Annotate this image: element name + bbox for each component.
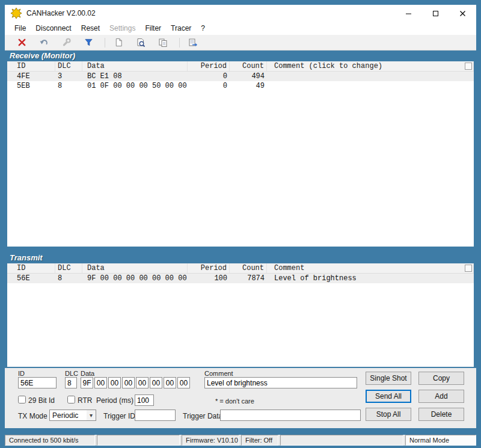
settings-wrench-icon [59,37,73,49]
transmit-table-header[interactable]: ID DLC Data Period Count Comment [7,263,474,274]
cell-comment: Level of brightness [267,274,474,283]
data-byte-3-input[interactable] [122,377,135,388]
data-byte-7-input[interactable] [177,377,190,388]
dont-care-note: * = don't care [215,397,254,405]
period-input[interactable] [135,394,154,406]
txmode-select[interactable]: Periodic ▾ [49,410,96,421]
chevron-down-icon: ▾ [87,410,96,420]
delete-button[interactable]: Delete [418,408,464,421]
dlc-input[interactable] [65,377,77,388]
rtr-label: RTR [78,396,92,405]
cell-data: BC E1 08 [82,72,188,81]
cell-dlc: 8 [55,274,82,283]
transmit-col-id: ID [7,263,55,273]
minimize-icon[interactable] [395,5,422,22]
id-input[interactable] [18,377,57,388]
filter-funnel-icon[interactable] [81,37,96,49]
cell-data: 9F 00 00 00 00 00 00 00 [82,274,188,283]
menu-help[interactable]: ? [196,22,210,34]
cell-id: 56E [7,274,55,283]
receive-col-dlc: DLC [55,61,82,71]
window-controls [395,5,476,22]
status-filter: Filter: Off [241,435,278,446]
trigger-data-input[interactable] [220,410,361,421]
window-title: CANHacker V2.00.02 [26,9,96,17]
menu-settings: Settings [105,22,140,34]
period-label: Period (ms) [96,396,133,405]
undo-icon[interactable] [37,37,51,49]
menu-file[interactable]: File [10,22,31,34]
receive-col-count: Count [230,61,267,71]
status-firmware: Firmware: V10.10 [182,435,239,446]
status-empty-segment [280,435,403,446]
receive-section: Receive (Monitor) ID DLC Data Period Cou… [5,51,476,247]
status-mode: Normal Mode [405,435,476,446]
transmit-col-period: Period [188,263,230,273]
txmode-value: Periodic [52,411,78,420]
toolbar-separator [179,38,180,48]
txmode-label: TX Mode [18,412,47,420]
transmit-section-title: Transmit [5,253,476,263]
cell-period: 0 [188,72,230,81]
receive-col-data: Data [82,61,188,71]
transmit-edit-panel: ID DLC Data Comment 29 Bit Id RTR Period… [5,368,476,428]
comment-label: Comment [204,370,233,377]
toolbar [5,35,476,51]
disconnect-icon[interactable] [14,37,29,49]
new-file-icon[interactable] [111,37,126,49]
transmit-row-56E[interactable]: 56E 8 9F 00 00 00 00 00 00 00 100 7874 L… [7,274,474,283]
menu-bar: File Disconnect Reset Settings Filter Tr… [5,22,476,35]
close-icon[interactable] [449,5,476,22]
cell-period: 100 [188,274,230,283]
toolbar-separator [105,38,105,48]
transmit-section: Transmit ID DLC Data Period Count Commen… [5,253,476,367]
cell-dlc: 3 [55,72,82,81]
copy-button[interactable]: Copy [418,372,464,385]
receive-row-4FE[interactable]: 4FE 3 BC E1 08 0 494 [7,72,474,81]
rtr-checkbox[interactable] [67,396,75,404]
data-byte-1-input[interactable] [94,377,107,388]
cell-count: 494 [230,72,267,81]
dlc-label: DLC [65,370,78,377]
cell-data: 01 0F 00 00 00 50 00 00 [82,82,188,90]
maximize-icon[interactable] [422,5,449,22]
status-bar: Connected to 500 kbit/s Firmware: V10.10… [5,435,476,446]
comment-input[interactable] [204,377,357,388]
transmit-col-data: Data [82,263,188,273]
data-byte-2-input[interactable] [108,377,121,388]
stop-all-button[interactable]: Stop All [366,408,411,421]
title-bar[interactable]: CANHacker V2.00.02 [5,5,476,22]
data-label: Data [81,370,94,377]
cell-dlc: 8 [55,82,82,90]
transmit-col-count: Count [230,263,267,273]
data-byte-6-input[interactable] [164,377,176,388]
receive-section-title: Receive (Monitor) [5,51,476,61]
receive-table-header[interactable]: ID DLC Data Period Count Comment (click … [7,61,474,72]
data-byte-0-input[interactable] [81,377,93,388]
trigger-id-input[interactable] [135,410,176,421]
trigger-id-label: Trigger ID [103,412,135,420]
cell-id: 4FE [7,72,55,81]
menu-tracer[interactable]: Tracer [166,22,196,34]
id-label: ID [18,370,25,377]
29bit-checkbox[interactable] [18,396,26,404]
menu-disconnect[interactable]: Disconnect [31,22,76,34]
cell-period: 0 [188,82,230,90]
menu-filter[interactable]: Filter [140,22,166,34]
receive-col-comment: Comment (click to change) [267,61,474,71]
add-button[interactable]: Add [418,390,464,403]
menu-reset[interactable]: Reset [76,22,105,34]
receive-col-id: ID [7,61,55,71]
copy-icon[interactable] [156,37,170,49]
cell-id: 5EB [7,82,55,90]
export-log-icon[interactable] [186,37,200,49]
receive-table: ID DLC Data Period Count Comment (click … [7,61,474,247]
status-connection: Connected to 500 kbit/s [5,435,95,446]
print-preview-icon[interactable] [133,37,148,49]
single-shot-button[interactable]: Single Shot [366,372,411,385]
data-byte-5-input[interactable] [150,377,162,388]
receive-row-5EB[interactable]: 5EB 8 01 0F 00 00 00 50 00 00 0 49 [7,81,474,91]
transmit-table: ID DLC Data Period Count Comment 56E 8 9… [7,263,474,367]
send-all-button[interactable]: Send All [366,390,411,403]
data-byte-4-input[interactable] [136,377,149,388]
